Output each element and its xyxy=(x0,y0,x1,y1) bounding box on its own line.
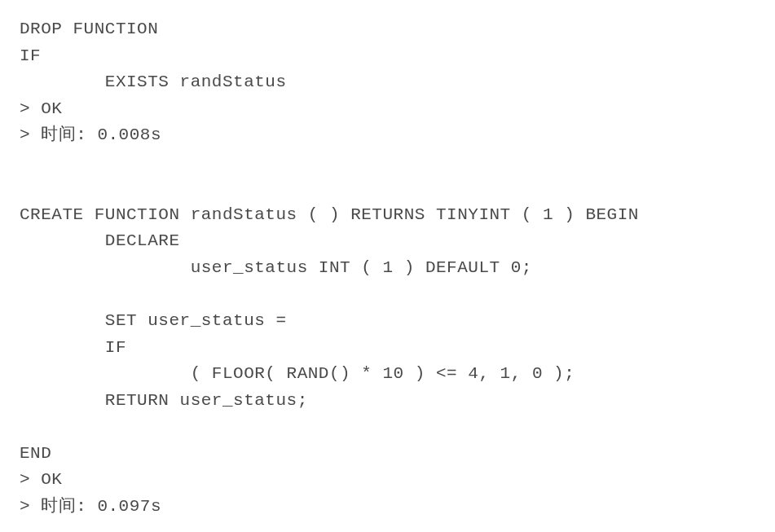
sql-statement-line xyxy=(20,414,755,441)
sql-statement-line: EXISTS randStatus xyxy=(20,69,755,96)
blank-line xyxy=(20,149,755,176)
sql-statement-line: IF xyxy=(20,335,755,362)
sql-statement-line: DROP FUNCTION xyxy=(20,16,755,43)
sql-statement-line xyxy=(20,281,755,308)
sql-statement-line: DECLARE xyxy=(20,228,755,255)
result-status-line: > OK xyxy=(20,467,755,494)
sql-statement-line: CREATE FUNCTION randStatus ( ) RETURNS T… xyxy=(20,202,755,229)
sql-statement-line: IF xyxy=(20,43,755,70)
blank-line xyxy=(20,175,755,202)
sql-statement-line: user_status INT ( 1 ) DEFAULT 0; xyxy=(20,255,755,282)
sql-statement-line: ( FLOOR( RAND() * 10 ) <= 4, 1, 0 ); xyxy=(20,361,755,388)
result-status-line: > OK xyxy=(20,96,755,123)
sql-output-block: DROP FUNCTION IF EXISTS randStatus > OK … xyxy=(20,16,755,520)
result-time-line: > 时间: 0.008s xyxy=(20,122,755,149)
sql-statement-line: SET user_status = xyxy=(20,308,755,335)
sql-statement-line: END xyxy=(20,441,755,468)
sql-statement-line: RETURN user_status; xyxy=(20,388,755,415)
result-time-line: > 时间: 0.097s xyxy=(20,494,755,521)
